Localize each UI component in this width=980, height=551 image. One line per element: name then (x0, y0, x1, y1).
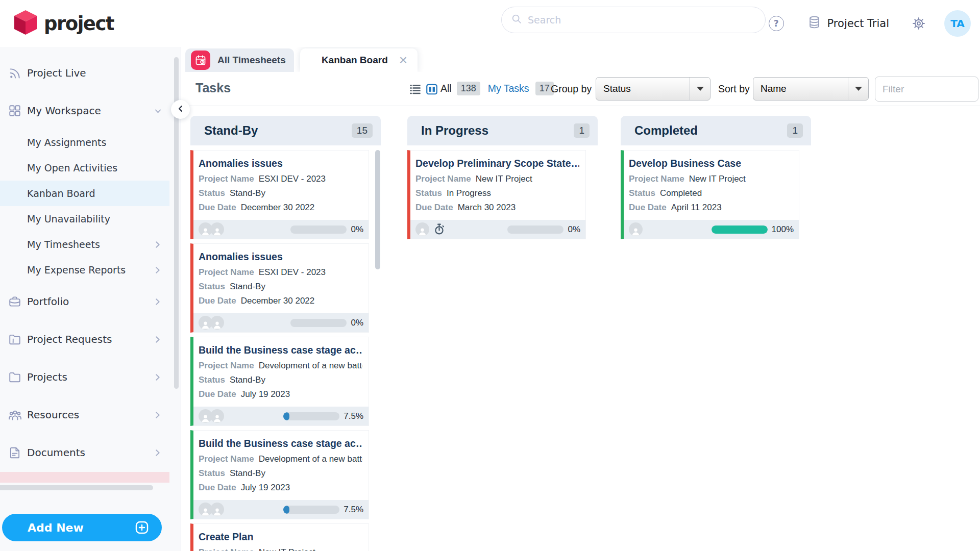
card-project-row: Project NameESXI DEV - 2023 (199, 267, 362, 278)
workspace-switcher[interactable]: Project Trial (807, 15, 889, 32)
card-footer: 0% (193, 313, 369, 332)
main-content: All Timesheets Kanban Board × Tasks (181, 47, 980, 551)
grid-icon (8, 104, 23, 117)
chevron-right-icon (153, 410, 162, 420)
chevron-down-icon (848, 78, 868, 100)
sidebar-item-kanban-board[interactable]: Kanban Board (0, 181, 169, 206)
chevron-right-icon (153, 335, 162, 344)
logo-cube-icon (13, 9, 38, 38)
app-logo: project (13, 9, 114, 38)
task-title: Create Plan (199, 531, 362, 543)
sidebar-item-my-timesheets[interactable]: My Timesheets (0, 232, 169, 257)
assignee-avatar (210, 409, 224, 423)
task-title: Develop Preliminary Scope State… (415, 158, 579, 169)
sidebar-horizontal-scrollbar[interactable] (0, 485, 153, 490)
chevron-down-icon (154, 107, 162, 115)
task-card[interactable]: Develop Preliminary Scope State… Project… (407, 150, 586, 239)
task-card[interactable]: Develop Business Case Project NameNew IT… (621, 150, 799, 239)
search-input[interactable] (528, 14, 756, 26)
sidebar-item-my-assignments[interactable]: My Assignments (0, 130, 169, 155)
card-status-row: StatusIn Progress (415, 188, 579, 198)
task-card[interactable]: Build the Business case stage ac… Projec… (190, 337, 369, 426)
tasks-toolbar: Tasks All (181, 72, 980, 106)
progress-bar (507, 226, 564, 234)
column-cards: Develop Business Case Project NameNew IT… (621, 150, 811, 239)
list-view-icon[interactable] (408, 82, 422, 98)
group-by-select[interactable]: Status (596, 77, 710, 101)
progress-bar (290, 226, 347, 234)
progress-percent: 0% (351, 224, 363, 235)
column-header: Completed 1 (621, 116, 811, 145)
sidebar-collapse-button[interactable] (171, 100, 190, 119)
sidebar-item-my-workspace[interactable]: My Workspace (0, 92, 169, 130)
card-footer: 0% (410, 220, 585, 239)
card-status-row: StatusStand-By (199, 282, 362, 292)
sidebar-item-documents[interactable]: Documents (0, 434, 169, 471)
column-count-badge: 15 (352, 123, 373, 138)
card-due-row: Due DateJuly 19 2023 (199, 389, 362, 399)
sidebar-item-project-requests[interactable]: Project Requests (0, 320, 169, 358)
task-card[interactable]: Create Plan Project NameNew IT ProjectSt… (190, 523, 369, 551)
column-title: Completed (634, 123, 698, 138)
card-due-row: Due DateJuly 19 2023 (199, 483, 362, 493)
kanban-column-in-progress: In Progress 1 Develop Preliminary Scope … (407, 116, 598, 243)
database-icon (807, 15, 821, 32)
board-view-icon[interactable] (425, 83, 438, 98)
close-icon[interactable]: × (399, 53, 407, 67)
progress-percent: 0% (351, 318, 363, 328)
card-status-row: StatusStand-By (199, 468, 362, 479)
add-new-button[interactable]: Add New (2, 514, 162, 541)
sidebar-item-resources[interactable]: Resources (0, 396, 169, 434)
tab-all-timesheets[interactable]: All Timesheets (185, 48, 294, 72)
user-avatar[interactable]: TA (944, 10, 971, 37)
topbar: project ? Project Trial (0, 0, 980, 47)
kanban-column-stand-by: Stand-By 15 Anomalies issues Project Nam… (190, 116, 381, 551)
sort-by-select[interactable]: Name (753, 77, 869, 101)
sidebar-item-my-expense-reports[interactable]: My Expense Reports (0, 257, 169, 283)
sidebar-item-project-live[interactable]: Project Live (0, 54, 169, 92)
sidebar: Project Live My Workspace My Assignments… (0, 47, 181, 551)
column-header: In Progress 1 (407, 116, 598, 145)
help-icon[interactable]: ? (769, 16, 784, 31)
card-footer: 0% (193, 220, 369, 239)
sidebar-items: Project Live My Workspace My Assignments… (0, 47, 181, 471)
chevron-right-icon (153, 372, 162, 382)
gear-icon[interactable] (912, 16, 926, 31)
sidebar-highlight-strip (0, 472, 169, 483)
card-due-row: Due DateDecember 30 2022 (199, 203, 362, 213)
card-footer: 7.5% (193, 407, 369, 425)
assignee-avatar (210, 222, 224, 236)
folder-alert-icon (8, 333, 23, 346)
assignee-avatar (210, 316, 224, 330)
sidebar-item-my-unavailability[interactable]: My Unavailability (0, 206, 169, 232)
column-scrollbar[interactable] (375, 150, 380, 269)
card-due-row: Due DateDecember 30 2022 (199, 296, 362, 306)
sidebar-item-portfolio[interactable]: Portfolio (0, 283, 169, 320)
card-footer: 7.5% (193, 500, 369, 519)
task-card[interactable]: Anomalies issues Project NameESXI DEV - … (190, 243, 369, 333)
page-title: Tasks (195, 81, 231, 95)
sidebar-item-my-open-activities[interactable]: My Open Activities (0, 155, 169, 181)
progress-percent: 100% (772, 224, 794, 235)
assignee-avatar (629, 222, 643, 236)
chevron-right-icon (153, 297, 162, 307)
task-title: Anomalies issues (199, 251, 362, 263)
calendar-icon (191, 51, 210, 70)
filter-my-tasks-link[interactable]: My Tasks (488, 83, 529, 94)
task-card[interactable]: Anomalies issues Project NameESXI DEV - … (190, 150, 369, 239)
chevron-right-icon (153, 240, 162, 249)
card-project-row: Project NameNew IT Project (199, 547, 362, 551)
filter-input[interactable] (875, 77, 978, 102)
plus-square-icon (134, 520, 150, 535)
filter-all-link[interactable]: All (440, 83, 452, 94)
tab-kanban-board[interactable]: Kanban Board × (300, 48, 418, 72)
column-count-badge: 1 (787, 123, 803, 138)
card-project-row: Project NameDevelopment of a new battery… (199, 361, 362, 371)
task-card[interactable]: Build the Business case stage ac… Projec… (190, 430, 369, 519)
search-bar (501, 7, 766, 33)
column-cards: Develop Preliminary Scope State… Project… (407, 150, 598, 239)
sidebar-item-projects[interactable]: Projects (0, 358, 169, 396)
chevron-left-icon (176, 104, 185, 115)
card-status-row: StatusStand-By (199, 188, 362, 198)
chevron-right-icon (153, 448, 162, 458)
